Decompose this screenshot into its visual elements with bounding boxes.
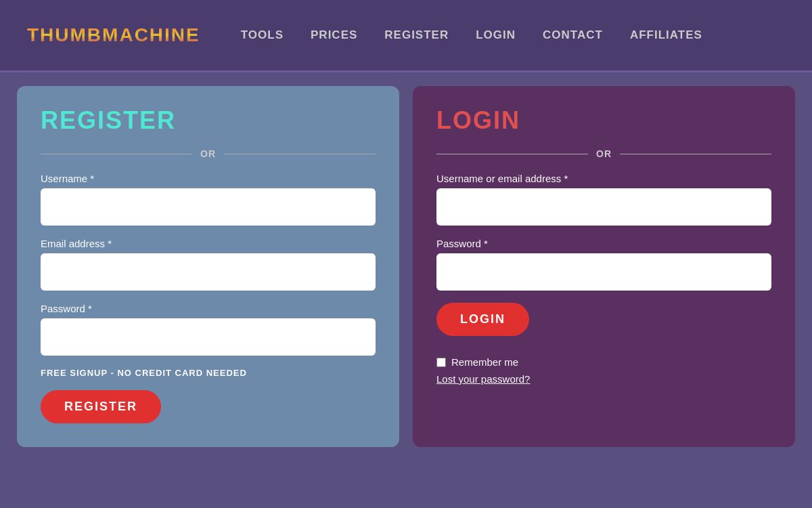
register-or-divider: OR [41,148,376,159]
register-email-label: Email address * [41,238,376,249]
login-or-line-left [436,154,588,154]
register-username-label: Username * [41,173,376,184]
register-username-input[interactable] [41,188,376,226]
or-line-right [224,154,376,154]
login-password-input[interactable] [436,253,771,291]
remember-me-group: Remember me [436,356,771,368]
or-line-left [41,154,192,154]
login-or-line-right [620,154,771,154]
register-password-input[interactable] [41,318,376,356]
register-button[interactable]: REGISTER [41,390,161,423]
login-username-group: Username or email address * [436,173,771,226]
nav-login[interactable]: LOGIN [476,28,516,42]
login-button[interactable]: LOGIN [436,303,529,336]
login-bottom: Remember me Lost your password? [436,356,771,385]
free-signup-text: FREE SIGNUP - NO CREDIT CARD NEEDED [41,368,376,378]
register-email-input[interactable] [41,253,376,291]
register-title: REGISTER [41,106,376,135]
lost-password-link[interactable]: Lost your password? [436,373,530,385]
login-password-group: Password * [436,238,771,291]
login-title: LOGIN [436,106,771,135]
login-card: LOGIN OR Username or email address * Pas… [413,86,795,447]
nav-tools[interactable]: TOOLS [241,28,284,42]
remember-me-label: Remember me [451,356,518,368]
nav-affiliates[interactable]: AFFILIATES [630,28,702,42]
site-logo: THUMBMACHINE [27,24,200,46]
main-content: REGISTER OR Username * Email address * P… [0,72,812,461]
register-password-label: Password * [41,303,376,314]
login-password-label: Password * [436,238,771,249]
register-password-group: Password * [41,303,376,356]
login-or-text: OR [588,148,620,159]
login-username-label: Username or email address * [436,173,771,184]
register-card: REGISTER OR Username * Email address * P… [17,86,399,447]
register-email-group: Email address * [41,238,376,291]
remember-me-checkbox[interactable] [436,358,446,367]
login-username-input[interactable] [436,188,771,226]
register-username-group: Username * [41,173,376,226]
nav-register[interactable]: REGISTER [384,28,449,42]
nav-contact[interactable]: CONTACT [543,28,603,42]
login-or-divider: OR [436,148,771,159]
register-or-text: OR [192,148,224,159]
nav-prices[interactable]: PRICES [311,28,357,42]
main-nav: TOOLS PRICES REGISTER LOGIN CONTACT AFFI… [241,28,702,42]
